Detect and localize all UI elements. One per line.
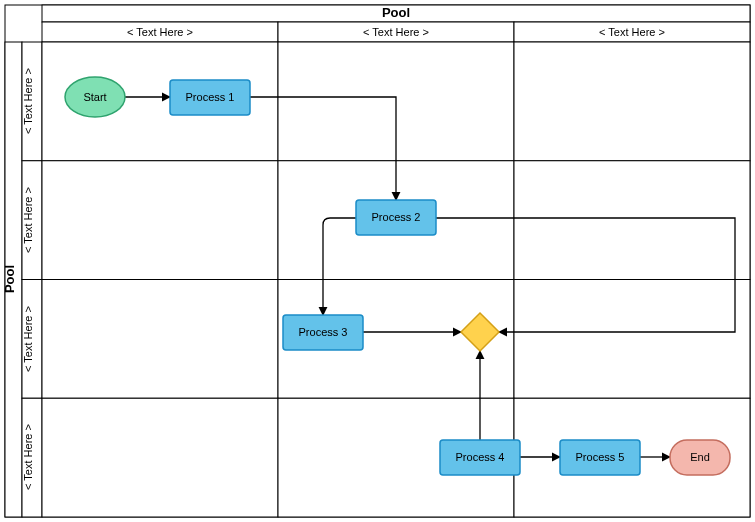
process5-node[interactable]: Process 5 — [560, 440, 640, 475]
row-label-2: < Text Here > — [22, 306, 34, 372]
end-node[interactable]: End — [670, 440, 730, 475]
row-label-1: < Text Here > — [22, 187, 34, 253]
process4-label: Process 4 — [456, 451, 505, 463]
end-label: End — [690, 451, 710, 463]
row-label-3: < Text Here > — [22, 424, 34, 490]
process2-label: Process 2 — [372, 211, 421, 223]
swimlane-diagram: Pool < Text Here > < Text Here > < Text … — [0, 0, 755, 522]
column-label-1: < Text Here > — [363, 26, 429, 38]
process1-node[interactable]: Process 1 — [170, 80, 250, 115]
column-label-2: < Text Here > — [599, 26, 665, 38]
column-label-0: < Text Here > — [127, 26, 193, 38]
start-label: Start — [83, 91, 106, 103]
pool-top-title: Pool — [382, 5, 410, 20]
svg-rect-2 — [514, 42, 750, 161]
process2-node[interactable]: Process 2 — [356, 200, 436, 235]
process5-label: Process 5 — [576, 451, 625, 463]
svg-rect-3 — [42, 161, 278, 280]
svg-rect-5 — [514, 161, 750, 280]
process4-node[interactable]: Process 4 — [440, 440, 520, 475]
process3-label: Process 3 — [299, 326, 348, 338]
svg-rect-6 — [42, 280, 278, 399]
start-node[interactable]: Start — [65, 77, 125, 117]
pool-left-title: Pool — [2, 265, 17, 293]
svg-rect-8 — [514, 280, 750, 399]
svg-rect-9 — [42, 398, 278, 517]
process3-node[interactable]: Process 3 — [283, 315, 363, 350]
process1-label: Process 1 — [186, 91, 235, 103]
row-label-0: < Text Here > — [22, 68, 34, 134]
